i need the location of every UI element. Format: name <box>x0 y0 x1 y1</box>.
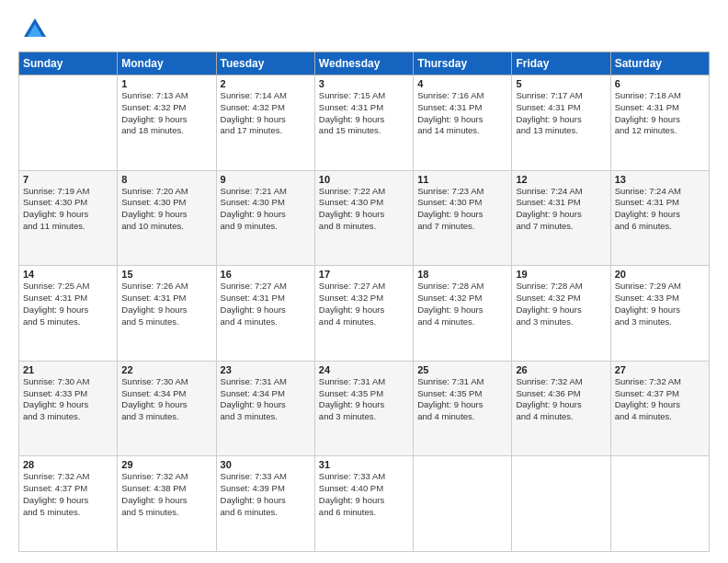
page: SundayMondayTuesdayWednesdayThursdayFrid… <box>0 0 728 563</box>
day-info: Sunrise: 7:23 AMSunset: 4:30 PMDaylight:… <box>417 186 507 233</box>
day-number: 19 <box>516 269 606 280</box>
day-number: 2 <box>221 78 311 89</box>
calendar-cell: 25Sunrise: 7:31 AMSunset: 4:35 PMDayligh… <box>414 361 512 456</box>
day-number: 24 <box>319 364 409 375</box>
day-info: Sunrise: 7:28 AMSunset: 4:32 PMDaylight:… <box>516 281 606 327</box>
day-header-saturday: Saturday <box>610 52 709 75</box>
day-number: 23 <box>221 364 311 375</box>
day-info: Sunrise: 7:16 AMSunset: 4:31 PMDaylight:… <box>417 90 507 137</box>
day-info: Sunrise: 7:24 AMSunset: 4:31 PMDaylight:… <box>615 186 705 233</box>
calendar-cell: 27Sunrise: 7:32 AMSunset: 4:37 PMDayligh… <box>610 361 709 456</box>
day-header-sunday: Sunday <box>19 52 118 75</box>
day-number: 11 <box>417 174 507 185</box>
day-number: 3 <box>319 78 409 89</box>
day-info: Sunrise: 7:18 AMSunset: 4:31 PMDaylight:… <box>615 90 705 137</box>
calendar-cell: 17Sunrise: 7:27 AMSunset: 4:32 PMDayligh… <box>314 266 413 362</box>
day-info: Sunrise: 7:33 AMSunset: 4:39 PMDaylight:… <box>221 471 311 518</box>
day-number: 17 <box>319 269 409 280</box>
day-number: 25 <box>417 364 507 375</box>
day-info: Sunrise: 7:27 AMSunset: 4:32 PMDaylight:… <box>319 281 409 327</box>
day-number: 13 <box>615 174 705 185</box>
calendar-cell <box>512 456 610 552</box>
calendar-cell: 29Sunrise: 7:32 AMSunset: 4:38 PMDayligh… <box>118 456 216 552</box>
day-number: 5 <box>516 78 606 89</box>
day-info: Sunrise: 7:32 AMSunset: 4:37 PMDaylight:… <box>615 376 705 423</box>
day-number: 8 <box>121 174 211 185</box>
day-number: 18 <box>417 269 507 280</box>
calendar-cell: 15Sunrise: 7:26 AMSunset: 4:31 PMDayligh… <box>118 266 216 362</box>
calendar-cell: 24Sunrise: 7:31 AMSunset: 4:35 PMDayligh… <box>314 361 413 456</box>
calendar-cell: 20Sunrise: 7:29 AMSunset: 4:33 PMDayligh… <box>610 266 709 362</box>
day-number: 16 <box>221 269 311 280</box>
day-info: Sunrise: 7:30 AMSunset: 4:33 PMDaylight:… <box>23 376 113 423</box>
calendar-cell: 26Sunrise: 7:32 AMSunset: 4:36 PMDayligh… <box>512 361 610 456</box>
day-number: 12 <box>516 174 606 185</box>
calendar-week-2: 14Sunrise: 7:25 AMSunset: 4:31 PMDayligh… <box>19 266 710 362</box>
calendar-cell: 9Sunrise: 7:21 AMSunset: 4:30 PMDaylight… <box>216 170 314 266</box>
day-number: 31 <box>319 459 409 470</box>
calendar-cell <box>414 456 512 552</box>
day-info: Sunrise: 7:13 AMSunset: 4:32 PMDaylight:… <box>121 90 211 137</box>
day-number: 4 <box>417 78 507 89</box>
calendar-cell: 7Sunrise: 7:19 AMSunset: 4:30 PMDaylight… <box>19 170 118 266</box>
calendar-cell: 28Sunrise: 7:32 AMSunset: 4:37 PMDayligh… <box>19 456 118 552</box>
day-number: 26 <box>516 364 606 375</box>
calendar-header-row: SundayMondayTuesdayWednesdayThursdayFrid… <box>19 52 710 75</box>
day-info: Sunrise: 7:28 AMSunset: 4:32 PMDaylight:… <box>417 281 507 327</box>
day-number: 30 <box>221 459 311 470</box>
day-number: 14 <box>23 269 113 280</box>
day-info: Sunrise: 7:32 AMSunset: 4:38 PMDaylight:… <box>121 471 211 518</box>
calendar-cell: 3Sunrise: 7:15 AMSunset: 4:31 PMDaylight… <box>314 75 413 171</box>
day-header-thursday: Thursday <box>414 52 512 75</box>
day-number: 21 <box>23 364 113 375</box>
day-number: 28 <box>23 459 113 470</box>
calendar-week-4: 28Sunrise: 7:32 AMSunset: 4:37 PMDayligh… <box>19 456 710 552</box>
day-info: Sunrise: 7:21 AMSunset: 4:30 PMDaylight:… <box>221 186 311 233</box>
day-info: Sunrise: 7:26 AMSunset: 4:31 PMDaylight:… <box>121 281 211 327</box>
day-info: Sunrise: 7:25 AMSunset: 4:31 PMDaylight:… <box>23 281 113 327</box>
calendar-cell: 2Sunrise: 7:14 AMSunset: 4:32 PMDaylight… <box>216 75 314 171</box>
day-number: 10 <box>319 174 409 185</box>
day-info: Sunrise: 7:32 AMSunset: 4:36 PMDaylight:… <box>516 376 606 423</box>
logo-icon <box>22 17 48 42</box>
calendar-cell <box>610 456 709 552</box>
day-info: Sunrise: 7:30 AMSunset: 4:34 PMDaylight:… <box>121 376 211 423</box>
calendar-cell: 12Sunrise: 7:24 AMSunset: 4:31 PMDayligh… <box>512 170 610 266</box>
day-number: 7 <box>23 174 113 185</box>
day-number: 20 <box>615 269 705 280</box>
calendar-table: SundayMondayTuesdayWednesdayThursdayFrid… <box>18 52 710 552</box>
calendar-cell: 18Sunrise: 7:28 AMSunset: 4:32 PMDayligh… <box>414 266 512 362</box>
calendar-cell: 10Sunrise: 7:22 AMSunset: 4:30 PMDayligh… <box>314 170 413 266</box>
day-number: 15 <box>121 269 211 280</box>
calendar-cell: 31Sunrise: 7:33 AMSunset: 4:40 PMDayligh… <box>314 456 413 552</box>
day-info: Sunrise: 7:15 AMSunset: 4:31 PMDaylight:… <box>319 90 409 137</box>
calendar-cell: 16Sunrise: 7:27 AMSunset: 4:31 PMDayligh… <box>216 266 314 362</box>
calendar-cell: 14Sunrise: 7:25 AMSunset: 4:31 PMDayligh… <box>19 266 118 362</box>
calendar-cell: 30Sunrise: 7:33 AMSunset: 4:39 PMDayligh… <box>216 456 314 552</box>
day-number: 22 <box>121 364 211 375</box>
calendar-cell <box>19 75 118 171</box>
day-info: Sunrise: 7:31 AMSunset: 4:35 PMDaylight:… <box>417 376 507 423</box>
calendar-cell: 19Sunrise: 7:28 AMSunset: 4:32 PMDayligh… <box>512 266 610 362</box>
calendar-cell: 22Sunrise: 7:30 AMSunset: 4:34 PMDayligh… <box>118 361 216 456</box>
day-info: Sunrise: 7:20 AMSunset: 4:30 PMDaylight:… <box>121 186 211 233</box>
calendar-cell: 1Sunrise: 7:13 AMSunset: 4:32 PMDaylight… <box>118 75 216 171</box>
day-header-wednesday: Wednesday <box>314 52 413 75</box>
calendar-week-3: 21Sunrise: 7:30 AMSunset: 4:33 PMDayligh… <box>19 361 710 456</box>
day-number: 9 <box>221 174 311 185</box>
logo <box>18 17 48 42</box>
day-info: Sunrise: 7:31 AMSunset: 4:35 PMDaylight:… <box>319 376 409 423</box>
day-info: Sunrise: 7:29 AMSunset: 4:33 PMDaylight:… <box>615 281 705 327</box>
header <box>18 17 710 42</box>
calendar-cell: 13Sunrise: 7:24 AMSunset: 4:31 PMDayligh… <box>610 170 709 266</box>
calendar-cell: 6Sunrise: 7:18 AMSunset: 4:31 PMDaylight… <box>610 75 709 171</box>
day-number: 6 <box>615 78 705 89</box>
day-header-monday: Monday <box>118 52 216 75</box>
day-info: Sunrise: 7:22 AMSunset: 4:30 PMDaylight:… <box>319 186 409 233</box>
calendar-cell: 5Sunrise: 7:17 AMSunset: 4:31 PMDaylight… <box>512 75 610 171</box>
day-info: Sunrise: 7:31 AMSunset: 4:34 PMDaylight:… <box>221 376 311 423</box>
day-info: Sunrise: 7:32 AMSunset: 4:37 PMDaylight:… <box>23 471 113 518</box>
calendar-cell: 21Sunrise: 7:30 AMSunset: 4:33 PMDayligh… <box>19 361 118 456</box>
day-number: 29 <box>121 459 211 470</box>
calendar-week-0: 1Sunrise: 7:13 AMSunset: 4:32 PMDaylight… <box>19 75 710 171</box>
